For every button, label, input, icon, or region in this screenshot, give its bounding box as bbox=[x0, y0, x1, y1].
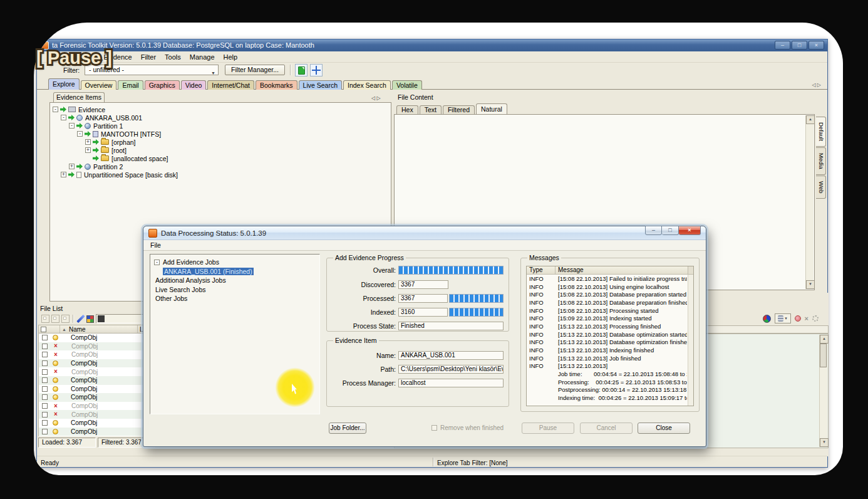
copy-window-icon[interactable] bbox=[61, 315, 70, 323]
message-row[interactable]: INFO[15:13 22.10.2013] Job finished bbox=[527, 354, 687, 362]
message-row[interactable]: INFO[15:08 22.10.2013] Database preparat… bbox=[527, 298, 687, 307]
message-row[interactable]: INFO[15:13 22.10.2013] bbox=[527, 362, 687, 370]
copy-window-icon[interactable] bbox=[41, 315, 49, 323]
expander-icon[interactable]: + bbox=[61, 172, 66, 177]
tree-item-ankara-usb-001[interactable]: -ANKARA_USB.001 bbox=[50, 113, 391, 122]
expander-icon[interactable]: - bbox=[53, 107, 58, 112]
view-tab-bookmarks[interactable]: Bookmarks bbox=[256, 80, 297, 90]
job-folder-button[interactable]: Job Folder... bbox=[329, 423, 366, 434]
panel-dock-arrows-icon[interactable] bbox=[371, 95, 381, 101]
row-checkbox[interactable] bbox=[42, 412, 48, 418]
vertical-scrollbar[interactable] bbox=[805, 115, 814, 289]
content-tab-natural[interactable]: Natural bbox=[476, 103, 507, 114]
expander-icon[interactable]: + bbox=[69, 164, 75, 169]
row-checkbox[interactable] bbox=[42, 403, 48, 409]
clear-x-icon[interactable]: × bbox=[805, 315, 809, 322]
message-row[interactable]: INFO[15:08 22.10.2013] Processing starte… bbox=[527, 307, 687, 315]
remove-when-finished-checkbox[interactable] bbox=[431, 425, 437, 431]
message-row[interactable]: Job time: 00:04:54 = 22.10.2013 15:08:48… bbox=[527, 370, 687, 378]
menu-filter[interactable]: Filter bbox=[137, 53, 160, 61]
view-tab-internet-chat[interactable]: Internet/Chat bbox=[207, 80, 254, 90]
message-row[interactable]: Indexing time: 00:04:26 = 22.10.2013 15:… bbox=[527, 394, 687, 402]
label-colors-icon[interactable] bbox=[86, 315, 94, 323]
tree-item-partition-1[interactable]: -Partition 1 bbox=[50, 122, 391, 130]
select-all-column-header[interactable] bbox=[39, 325, 60, 333]
view-tab-overview[interactable]: Overview bbox=[81, 80, 117, 90]
dialog-maximize-button[interactable] bbox=[662, 226, 679, 235]
side-tab-web[interactable]: Web bbox=[816, 176, 826, 199]
dialog-close-button[interactable] bbox=[679, 226, 701, 235]
gear-icon[interactable] bbox=[812, 315, 819, 322]
expander-icon[interactable]: - bbox=[69, 123, 75, 129]
dialog-minimize-button[interactable] bbox=[645, 226, 662, 235]
dialog-titlebar[interactable]: Data Processing Status: 5.0.1.39 bbox=[143, 226, 706, 240]
close-button[interactable] bbox=[809, 41, 824, 50]
expander-icon[interactable]: + bbox=[85, 147, 91, 153]
row-checkbox[interactable] bbox=[42, 360, 48, 366]
content-tab-hex[interactable]: Hex bbox=[396, 105, 418, 114]
edit-pencil-icon[interactable] bbox=[76, 315, 85, 323]
side-tab-default[interactable]: Default bbox=[816, 117, 826, 147]
type-column-header[interactable]: Type bbox=[527, 266, 555, 274]
maximize-button[interactable] bbox=[792, 41, 807, 50]
message-row[interactable]: INFO[15:08 22.10.2013] Using engine loca… bbox=[527, 283, 687, 291]
pie-chart-icon[interactable] bbox=[763, 315, 771, 323]
row-checkbox[interactable] bbox=[42, 369, 48, 375]
tree-item-evidence[interactable]: -Evidence bbox=[50, 105, 391, 113]
view-tab-live-search[interactable]: Live Search bbox=[299, 80, 342, 90]
row-checkbox[interactable] bbox=[42, 394, 48, 400]
filter-manager-button[interactable]: Filter Manager... bbox=[225, 65, 285, 75]
job-item-ankara-usb-001-finished[interactable]: ANKARA_USB.001 (Finished) bbox=[150, 267, 319, 276]
row-checkbox[interactable] bbox=[42, 335, 48, 340]
message-row[interactable]: INFO[15:13 22.10.2013] Database optimiza… bbox=[527, 330, 687, 339]
message-row[interactable]: INFO[15:13 22.10.2013] Database optimiza… bbox=[527, 339, 687, 347]
label-color-selector[interactable] bbox=[96, 314, 150, 323]
tree-item-unpartitioned-space-basic-disk[interactable]: +Unpartitioned Space [basic disk] bbox=[50, 171, 391, 179]
evidence-items-tab[interactable]: Evidence Items bbox=[53, 92, 105, 102]
message-row[interactable]: INFO[15:08 22.10.2013] Database preparat… bbox=[527, 290, 687, 298]
name-column-header[interactable]: Name bbox=[60, 325, 138, 333]
tree-item-mantooth-ntfs[interactable]: -MANTOOTH [NTFS] bbox=[50, 130, 391, 138]
menu-file[interactable]: File bbox=[146, 240, 165, 250]
row-checkbox[interactable] bbox=[42, 420, 48, 426]
view-tab-video[interactable]: Video bbox=[181, 80, 207, 90]
column-settings-dropdown[interactable] bbox=[775, 313, 791, 323]
expander-icon[interactable]: - bbox=[77, 131, 83, 137]
view-tab-email[interactable]: Email bbox=[118, 80, 143, 90]
message-row[interactable]: INFO[15:08 22.10.2013] Failed to initial… bbox=[527, 275, 687, 283]
job-item-live-search-jobs[interactable]: Live Search Jobs bbox=[150, 285, 319, 295]
job-item-other-jobs[interactable]: Other Jobs bbox=[150, 294, 319, 303]
side-tab-media[interactable]: Media bbox=[816, 147, 826, 175]
message-row[interactable]: INFO[15:13 22.10.2013] Processing finish… bbox=[527, 322, 687, 330]
new-filter-button[interactable] bbox=[295, 64, 307, 76]
flag-icon[interactable] bbox=[795, 315, 801, 322]
content-tab-filtered[interactable]: Filtered bbox=[443, 105, 475, 114]
vertical-scrollbar[interactable] bbox=[819, 335, 827, 447]
view-tab-explore[interactable]: Explore bbox=[48, 78, 80, 90]
window-titlebar[interactable]: ta Forensic Toolkit Version: 5.0.1.39 Da… bbox=[37, 39, 827, 51]
view-tab-index-search[interactable]: Index Search bbox=[343, 80, 391, 90]
row-checkbox[interactable] bbox=[42, 386, 48, 392]
tree-item-orphan[interactable]: +[orphan] bbox=[50, 138, 391, 146]
close-dialog-button[interactable]: Close bbox=[638, 423, 690, 434]
view-tab-volatile[interactable]: Volatile bbox=[392, 80, 422, 90]
pan-tool-button[interactable] bbox=[310, 64, 323, 76]
row-checkbox[interactable] bbox=[42, 352, 48, 357]
copy-window-icon[interactable] bbox=[51, 315, 59, 323]
message-row[interactable]: Processing: 00:04:25 = 22.10.2013 15:08:… bbox=[527, 378, 687, 386]
tree-item-unallocated-space[interactable]: [unallocated space] bbox=[50, 154, 391, 162]
menu-help[interactable]: Help bbox=[219, 53, 242, 61]
tree-item-root[interactable]: +[root] bbox=[50, 146, 391, 154]
cancel-button[interactable]: Cancel bbox=[580, 423, 633, 434]
row-checkbox[interactable] bbox=[42, 429, 48, 434]
row-checkbox[interactable] bbox=[42, 377, 48, 383]
expander-icon[interactable]: + bbox=[85, 139, 91, 145]
content-tab-text[interactable]: Text bbox=[420, 105, 442, 114]
scrollbar-thumb[interactable] bbox=[820, 344, 827, 367]
menu-tools[interactable]: Tools bbox=[160, 53, 185, 61]
expander-icon[interactable]: - bbox=[154, 260, 160, 265]
row-checkbox[interactable] bbox=[42, 344, 48, 349]
chevron-down-icon[interactable] bbox=[211, 68, 215, 78]
tree-item-partition-2[interactable]: +Partition 2 bbox=[50, 162, 391, 171]
menu-manage[interactable]: Manage bbox=[185, 53, 219, 61]
